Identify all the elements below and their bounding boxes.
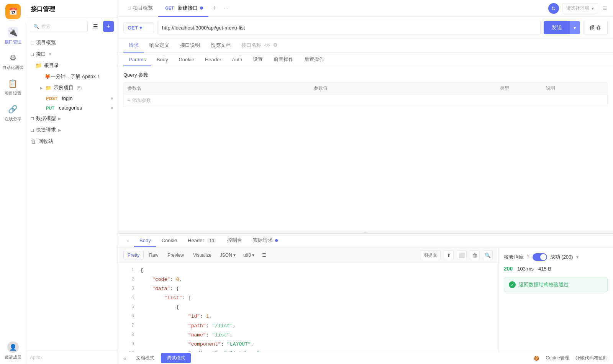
upload-button[interactable]: ⬆ <box>444 250 454 260</box>
req-tab-request[interactable]: 请求 <box>123 39 144 52</box>
api-name-settings-icon: ⚙ <box>273 42 278 48</box>
tab-new-api[interactable]: GET 新建接口 <box>158 0 208 17</box>
code-line-8: 8 "name": "list", <box>118 331 498 340</box>
encoding-utf8-select[interactable]: utf8 ▾ <box>240 251 257 259</box>
validate-success-icon: ✓ <box>509 281 516 288</box>
save-button[interactable]: 保 存 <box>583 21 608 34</box>
share-icon: 🔗 <box>8 104 18 115</box>
resp-tab-cookie[interactable]: Cookie <box>156 234 182 247</box>
params-add-row[interactable]: + 添加参数 <box>123 94 608 107</box>
api-login-label: login <box>62 95 72 101</box>
tab-more-button[interactable]: ··· <box>220 5 232 11</box>
validate-toggle[interactable] <box>533 253 547 261</box>
search-response-button[interactable]: 🔍 <box>483 250 493 260</box>
req-tab-api-name[interactable]: 接口名称 </> ⚙ <box>236 39 283 52</box>
categories-dot <box>111 107 113 109</box>
tree-item-fox[interactable]: 🦊一分钟，了解 Apifox！ <box>35 71 118 82</box>
req-tab-response-def[interactable]: 响应定义 <box>144 39 175 52</box>
validate-status-text: 成功 (200) <box>550 254 573 261</box>
tab-add-button[interactable]: + <box>208 4 220 12</box>
tree-section-interface[interactable]: □ 接口 ▼ <box>26 48 118 60</box>
header-badge: 10 <box>207 238 216 243</box>
nav-panel: 接口管理 🔍 搜索 ☰ + □ 项目概览 □ 接口 ▼ 📁 根目录 🦊一分钟，了… <box>26 0 118 364</box>
add-button[interactable]: + <box>103 21 114 32</box>
resp-toolbar-right: 图提取 ⬆ ⬜ 🗑 🔍 <box>420 250 493 260</box>
sidebar-item-share[interactable]: 🔗 在线分享 <box>0 100 26 126</box>
req-tab-api-desc[interactable]: 接口说明 <box>175 39 205 52</box>
filter-button[interactable]: ☰ <box>90 21 101 32</box>
validate-success-box: ✓ 返回数据结构校验通过 <box>504 277 608 292</box>
bottom-collapse-icon[interactable]: « <box>123 355 126 361</box>
tab-overview[interactable]: □ 项目概览 <box>123 0 158 17</box>
bottom-tab-doc[interactable]: 文档模式 <box>130 353 160 363</box>
recycle-label: 回收站 <box>38 138 53 145</box>
user-label[interactable]: @账代码布鱼师 <box>575 355 608 361</box>
sidebar-item-settings[interactable]: 📋 项目设置 <box>0 74 26 100</box>
nav-search-box[interactable]: 🔍 搜索 <box>30 21 88 32</box>
example-group-label: 示例项目 <box>54 84 74 91</box>
clear-button[interactable]: 🗑 <box>470 250 480 260</box>
bottom-tab-debug[interactable]: 调试模式 <box>161 353 191 363</box>
params-tab-auth[interactable]: Auth <box>227 54 248 66</box>
encoding-json-select[interactable]: JSON ▾ <box>217 251 239 259</box>
url-input[interactable] <box>157 21 541 34</box>
params-tab-params[interactable]: Params <box>123 54 151 66</box>
tree-item-root[interactable]: 📁 根目录 <box>31 60 118 71</box>
request-area: GET ▾ 发送 ▾ 保 存 请求 响应定义 接口说明 预览文档 接口名称 </… <box>118 17 613 364</box>
resp-tab-actual-request[interactable]: 实际请求 <box>247 234 284 248</box>
method-label: GET <box>128 25 138 31</box>
tree-item-login[interactable]: POST login <box>35 93 118 103</box>
req-tab-preview[interactable]: 预览文档 <box>205 39 236 52</box>
login-dot <box>111 97 113 100</box>
sidebar-item-interface[interactable]: 🔌 接口管理 <box>0 23 26 49</box>
stat-status-code: 200 <box>504 266 513 272</box>
tree-item-example[interactable]: ▶ 📁 示例项目 (5) <box>35 82 118 93</box>
tab-get-badge: GET <box>164 5 175 11</box>
method-put-badge: PUT <box>44 105 56 111</box>
params-tab-settings[interactable]: 设置 <box>247 53 268 67</box>
params-tab-header[interactable]: Header <box>200 54 227 66</box>
validate-success-text: 返回数据结构校验通过 <box>519 281 569 288</box>
send-arrow-button[interactable]: ▾ <box>570 21 580 34</box>
cookie-mgmt-label[interactable]: Cookie管理 <box>546 355 569 361</box>
tree-item-overview[interactable]: □ 项目概览 <box>26 37 118 48</box>
format-raw-btn[interactable]: Raw <box>145 251 162 259</box>
tree-section-data-model[interactable]: □ 数据模型 ▶ <box>26 113 118 124</box>
validation-panel: 校验响应 ? 成功 (200) ▾ 200 103 ms 415 B <box>498 248 613 352</box>
resp-collapse-button[interactable]: ‹ <box>123 236 133 245</box>
overview-label: 项目概览 <box>36 39 56 46</box>
params-tab-cookie[interactable]: Cookie <box>173 54 199 66</box>
resp-tab-header[interactable]: Header 10 <box>182 234 222 247</box>
resp-tab-body[interactable]: Body <box>134 234 156 247</box>
params-add-icon: + <box>128 98 130 103</box>
params-tab-body[interactable]: Body <box>151 54 174 66</box>
tree-item-categories[interactable]: PUT categories <box>35 103 118 113</box>
copy-button[interactable]: ⬜ <box>457 250 467 260</box>
wrap-lines-btn[interactable]: ☰ <box>259 251 269 259</box>
tab-new-api-label: 新建接口 <box>178 5 198 11</box>
format-preview-btn[interactable]: Preview <box>164 251 188 259</box>
resp-tab-console[interactable]: 控制台 <box>222 234 247 248</box>
invite-section[interactable]: 👤 邀请成员 <box>5 341 21 360</box>
tree-section-quick-request[interactable]: □ 快捷请求 ▶ <box>26 124 118 136</box>
params-tab-post-ops[interactable]: 后置操作 <box>299 53 329 67</box>
send-button[interactable]: 发送 <box>544 21 570 34</box>
sidebar-item-autotest[interactable]: ⚙ 自动化测试 <box>0 49 26 74</box>
format-visualize-btn[interactable]: Visualize <box>189 251 215 259</box>
env-refresh-button[interactable]: ↻ <box>548 3 559 14</box>
tree-item-recycle[interactable]: 🗑 回收站 <box>26 136 118 147</box>
env-chevron-icon: ▾ <box>592 6 594 11</box>
data-model-chevron-icon: ▶ <box>58 116 61 121</box>
method-select[interactable]: GET ▾ <box>123 22 154 33</box>
col-param-name: 参数名 <box>128 85 314 92</box>
code-line-1: 1 { <box>118 266 498 275</box>
env-select[interactable]: 请选择环境 ▾ <box>562 3 598 13</box>
divider-bar[interactable]: ··· <box>118 231 613 234</box>
extract-button[interactable]: 图提取 <box>420 250 441 260</box>
bottom-right: 🍪 Cookie管理 @账代码布鱼师 <box>534 355 608 361</box>
tab-menu-icon[interactable]: ≡ <box>601 4 608 12</box>
code-line-7: 7 "path": "/list", <box>118 321 498 331</box>
format-pretty-btn[interactable]: Pretty <box>123 251 144 259</box>
params-tab-pre-ops[interactable]: 前置操作 <box>268 53 299 67</box>
params-title: Query 参数 <box>123 72 608 79</box>
